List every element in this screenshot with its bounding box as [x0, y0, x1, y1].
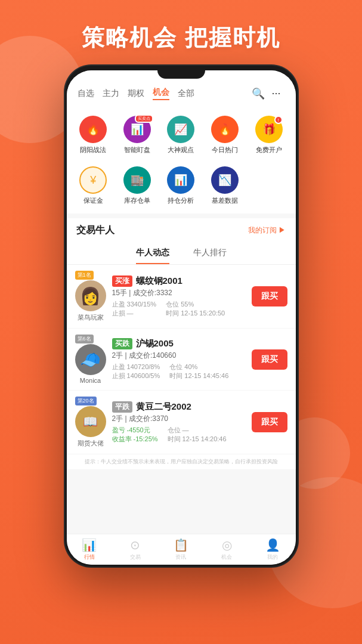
- nav-zixun-icon: 📋: [174, 538, 188, 552]
- tab-zhuli[interactable]: 主力: [103, 88, 119, 99]
- icon-jinri-label: 今日热门: [212, 145, 238, 154]
- nav-jiaoyi-label: 交易: [130, 553, 141, 561]
- icon-baozhengjin[interactable]: ¥ 保证金: [72, 164, 116, 208]
- nav-tabs: 自选 主力 期权 机会 全部: [78, 87, 194, 100]
- icon-chicheng-circle: 📊: [167, 166, 194, 194]
- icon-jichashuju[interactable]: 📉 基差数据: [203, 164, 247, 208]
- trade-list: 第1名 👩 菜鸟玩家 买涨 螺纹钢2001 15手 | 成交价:3332 止盈 …: [67, 265, 296, 454]
- trade-top-2: 买跌 沪锡2005: [112, 338, 252, 349]
- time-2: 时间 12-15 14:45:46: [169, 371, 228, 380]
- trade-item-3: 第20名 📖 期货大佬 平跌 黄豆二号2002 2手 | 成交价:3370 盈亏…: [67, 391, 296, 454]
- avatar-col-2: 第6名 🧢 Monica: [75, 335, 106, 384]
- bottom-nav: 📊 行情 ⊙ 交易 📋 资讯 ◎ 机会 👤 我的: [67, 534, 296, 565]
- tab-quanbu[interactable]: 全部: [178, 88, 194, 99]
- trade-info-1: 买涨 螺纹钢2001 15手 | 成交价:3332 止盈 3340/15% 止损…: [112, 275, 252, 318]
- icon-jinri-circle: 🔥: [211, 116, 239, 143]
- follow-btn-2[interactable]: 跟买: [252, 349, 287, 370]
- position-1: 仓位 55%: [166, 300, 225, 309]
- icon-kucuncangdan[interactable]: 🏬 库存仓单: [115, 164, 159, 208]
- follow-btn-3[interactable]: 跟买: [252, 412, 287, 432]
- trade-detail-2: 止盈 140720/8% 止损 140600/5% 仓位 40% 时间 12-1…: [112, 363, 252, 380]
- trade-sub-3: 2手 | 成交价:3370: [112, 414, 252, 424]
- section-title: 交易牛人: [76, 224, 115, 237]
- icon-grid-row1: 🔥 阴阳战法 📊 买卖点 智能盯盘 📈 大神观点 🔥: [67, 106, 296, 162]
- detail-left-3: 盈亏 -4550元 收益率 -15:25%: [112, 426, 158, 444]
- rank-badge-3: 第20名: [75, 397, 97, 405]
- tab-niuren-paihang[interactable]: 牛人排行: [193, 247, 227, 264]
- icon-dasheng-label: 大神观点: [168, 145, 194, 154]
- nav-wode-icon: 👤: [265, 538, 280, 552]
- icon-chichengfenxi[interactable]: 📊 持仓分析: [159, 164, 203, 208]
- icon-yinyangzhanfa[interactable]: 🔥 阴阳战法: [72, 113, 116, 157]
- nav-zixun[interactable]: 📋 资讯: [158, 534, 204, 565]
- icon-yinyangzhanfa-label: 阴阳战法: [80, 145, 106, 154]
- detail-left-1: 止盈 3340/15% 止损 —: [112, 300, 157, 318]
- profit-loss-3: 盈亏 -4550元: [112, 426, 158, 435]
- icon-mianfei-label: 免费开户: [256, 145, 282, 154]
- stop-loss-2: 止损 140600/5%: [112, 371, 160, 380]
- stop-profit-1: 止盈 3340/15%: [112, 300, 157, 309]
- trade-tag-2: 买跌: [112, 338, 132, 349]
- icon-kucun-label: 库存仓单: [124, 196, 150, 205]
- username-1: 菜鸟玩家: [75, 313, 106, 322]
- trade-sub-1: 15手 | 成交价:3332: [112, 288, 252, 298]
- icon-jinriremen[interactable]: 🔥 今日热门: [203, 113, 247, 157]
- nav-wode[interactable]: 👤 我的: [250, 534, 296, 565]
- trade-tag-3: 平跌: [112, 401, 132, 413]
- nav-jihui[interactable]: ◎ 机会: [204, 534, 250, 565]
- yield-rate-3: 收益率 -15:25%: [112, 435, 158, 444]
- avatar-col-1: 第1名 👩 菜鸟玩家: [75, 271, 106, 322]
- icon-chicheng-label: 持仓分析: [168, 196, 194, 205]
- tab-jihui[interactable]: 机会: [153, 87, 169, 100]
- icon-grid-row2: ¥ 保证金 🏬 库存仓单 📊 持仓分析 📉 基差数据: [67, 162, 296, 213]
- phone-frame: 自选 主力 期权 机会 全部 🔍 ··· 🔥 阴阳战法 📊: [65, 66, 298, 566]
- disclaimer: 提示：牛人交业绩不预示未来表现，用户应独自决定交易策略，自行承担投资风险: [67, 454, 296, 469]
- nav-zixun-label: 资讯: [175, 553, 186, 561]
- trade-detail-1: 止盈 3340/15% 止损 — 仓位 55% 时间 12-15 15:20:5…: [112, 300, 252, 318]
- trade-top-1: 买涨 螺纹钢2001: [112, 275, 252, 287]
- icon-yinyangzhanfa-circle: 🔥: [79, 116, 107, 143]
- stop-loss-1: 止损 —: [112, 309, 157, 318]
- detail-right-3: 仓位 — 时间 12-15 14:20:46: [168, 426, 227, 444]
- position-2: 仓位 40%: [169, 363, 228, 371]
- icon-mianfei-circle: 🎁 !: [255, 116, 283, 143]
- search-icon[interactable]: 🔍: [252, 87, 265, 100]
- tab-niuren-dongtai[interactable]: 牛人动态: [136, 247, 169, 264]
- trade-detail-3: 盈亏 -4550元 收益率 -15:25% 仓位 — 时间 12-15 14:2…: [112, 426, 252, 444]
- avatar-2: 🧢: [75, 344, 106, 375]
- icon-jicha-label: 基差数据: [212, 196, 238, 205]
- avatar-col-3: 第20名 📖 期货大佬: [75, 397, 106, 448]
- icon-baozhengjin-label: 保证金: [83, 196, 103, 205]
- avatar-3: 📖: [75, 406, 106, 437]
- icon-dasheng-circle: 📈: [167, 116, 194, 143]
- nav-jihui-icon: ◎: [222, 538, 232, 552]
- avatar-1: 👩: [75, 280, 106, 311]
- detail-left-2: 止盈 140720/8% 止损 140600/5%: [112, 363, 160, 380]
- nav-hangqing-icon: 📊: [82, 538, 97, 552]
- follow-btn-1[interactable]: 跟买: [252, 286, 287, 306]
- icon-dashengguandian[interactable]: 📈 大神观点: [159, 113, 203, 157]
- tab-qiquan[interactable]: 期权: [128, 88, 144, 99]
- rank-badge-1: 第1名: [75, 271, 94, 280]
- nav-jiaoyi[interactable]: ⊙ 交易: [112, 534, 158, 565]
- icon-kucun-circle: 🏬: [123, 166, 151, 194]
- nav-hangqing[interactable]: 📊 行情: [67, 534, 113, 565]
- more-icon[interactable]: ···: [272, 87, 285, 100]
- hero-title: 策略机会 把握时机: [0, 23, 362, 53]
- trade-name-3: 黄豆二号2002: [136, 401, 191, 413]
- username-3: 期货大佬: [75, 439, 106, 448]
- nav-jiaoyi-icon: ⊙: [130, 538, 140, 552]
- icon-jicha-circle: 📉: [211, 166, 239, 194]
- icon-miankaikaihu[interactable]: 🎁 ! 免费开户: [247, 113, 291, 157]
- content-tabs: 牛人动态 牛人排行: [67, 243, 296, 265]
- trade-name-1: 螺纹钢2001: [136, 275, 182, 287]
- icon-baozhengjin-circle: ¥: [79, 166, 107, 194]
- tab-zixuan[interactable]: 自选: [78, 88, 94, 99]
- section-subscription-link[interactable]: 我的订阅 ▶: [248, 225, 286, 236]
- trade-info-2: 买跌 沪锡2005 2手 | 成交价:140660 止盈 140720/8% 止…: [112, 338, 252, 380]
- stop-profit-2: 止盈 140720/8%: [112, 363, 160, 371]
- time-1: 时间 12-15 15:20:50: [166, 309, 225, 318]
- position-3: 仓位 —: [168, 426, 227, 435]
- icon-zhinnedingpan[interactable]: 📊 买卖点 智能盯盘: [115, 113, 159, 157]
- detail-right-1: 仓位 55% 时间 12-15 15:20:50: [166, 300, 225, 318]
